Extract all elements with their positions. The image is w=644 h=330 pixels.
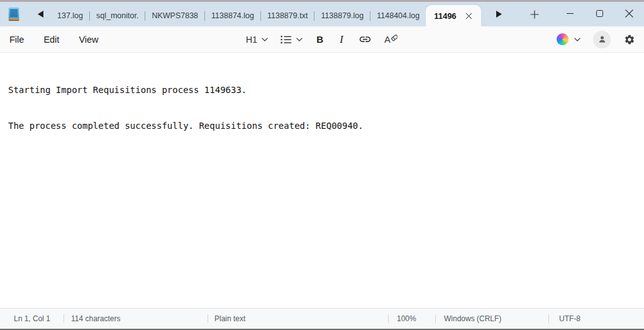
notepad-window: 137.log sql_monitor. NKWPS7838 1138874.l… (0, 0, 644, 330)
tab-label: 1138879.log (321, 11, 364, 20)
account-button[interactable] (593, 31, 611, 48)
maximize-button[interactable] (585, 2, 614, 25)
tab[interactable]: 1138874.log (205, 5, 260, 26)
right-triangle-icon (496, 11, 502, 18)
svg-text:A: A (384, 34, 391, 45)
scroll-tabs-right-button[interactable] (490, 5, 509, 24)
zoom-level-status: 100% (388, 309, 435, 329)
toolbar-right-group (557, 26, 638, 52)
encoding-status: UTF-8 (548, 309, 644, 329)
cursor-position-status: Ln 1, Col 1 (0, 309, 64, 329)
line-ending-status: Windows (CRLF) (435, 309, 548, 329)
tab[interactable]: 137.log (51, 5, 89, 26)
settings-button[interactable] (624, 34, 635, 45)
minimize-icon (567, 13, 574, 14)
tab-label: 1148404.log (377, 11, 419, 20)
maximize-icon (596, 10, 603, 17)
menu-edit[interactable]: Edit (43, 35, 59, 45)
document-type-status: Plain text (208, 309, 388, 329)
editor-line: Starting Import Requisitions process 114… (8, 84, 636, 96)
tab-label: 137.log (57, 11, 83, 20)
close-window-button[interactable] (614, 2, 644, 25)
chevron-down-icon (262, 38, 268, 41)
menu-view[interactable]: View (79, 35, 98, 45)
insert-link-button[interactable] (358, 33, 372, 46)
close-tab-button[interactable] (462, 9, 476, 23)
tab-label: 1138879.txt (267, 11, 308, 20)
tab[interactable]: 1148404.log (370, 5, 426, 26)
copilot-button[interactable] (557, 33, 580, 45)
person-icon (597, 35, 607, 44)
statusbar: Ln 1, Col 1 114 characters Plain text 10… (0, 308, 644, 330)
heading-style-button[interactable]: H1 (246, 35, 268, 45)
tab-label: 1138874.log (211, 11, 254, 20)
tab[interactable]: NKWPS7838 (145, 5, 204, 26)
tab-label: sql_monitor. (96, 11, 138, 20)
gear-icon (624, 34, 635, 45)
window-controls (555, 2, 644, 25)
left-triangle-icon (38, 11, 43, 18)
close-icon (465, 13, 472, 19)
tab-label: NKWPS7838 (152, 11, 198, 20)
heading-style-label: H1 (246, 35, 257, 45)
bulleted-list-icon (280, 35, 292, 44)
link-icon (358, 33, 372, 46)
minimize-button[interactable] (555, 2, 585, 25)
character-count-status: 114 characters (64, 309, 208, 329)
titlebar: 137.log sql_monitor. NKWPS7838 1138874.l… (0, 2, 644, 26)
menus: File Edit View (0, 35, 99, 45)
menu-file[interactable]: File (9, 35, 24, 45)
clear-formatting-icon: A (384, 33, 397, 45)
tab[interactable]: sql_monitor. (90, 5, 145, 26)
close-icon (625, 9, 633, 18)
chevron-down-icon (574, 38, 580, 41)
clear-formatting-button[interactable]: A (384, 33, 397, 45)
new-tab-button[interactable] (525, 5, 545, 24)
bold-button[interactable]: B (315, 34, 325, 45)
italic-button[interactable]: I (337, 33, 346, 46)
chevron-down-icon (296, 38, 303, 41)
tab-label: 11496 (434, 11, 456, 21)
list-style-button[interactable] (280, 35, 303, 44)
editor-line: The process completed successfully. Requ… (8, 120, 636, 132)
tab[interactable]: 1138879.log (314, 5, 370, 26)
copilot-icon (557, 33, 569, 45)
notepad-app-icon (8, 7, 19, 21)
format-toolbar: H1 B I (246, 26, 397, 52)
tab[interactable]: 1138879.txt (261, 5, 314, 26)
plus-icon (530, 10, 539, 19)
scroll-tabs-left-button[interactable] (31, 5, 50, 24)
tab-active[interactable]: 11496 (426, 5, 480, 26)
tab-strip: 137.log sql_monitor. NKWPS7838 1138874.l… (51, 5, 481, 26)
editor-text-area[interactable]: Starting Import Requisitions process 114… (0, 53, 644, 308)
menubar: File Edit View H1 (0, 26, 644, 53)
